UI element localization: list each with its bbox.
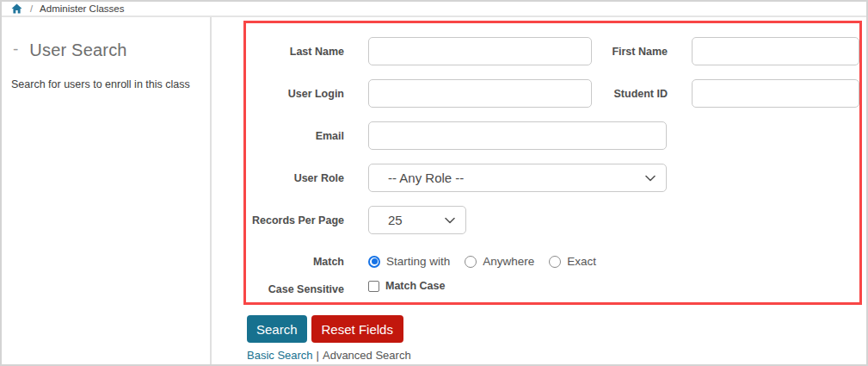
chevron-down-icon: [645, 175, 656, 182]
basic-search-link[interactable]: Basic Search: [247, 349, 313, 362]
form-row: User Role -- Any Role --: [246, 164, 859, 192]
chevron-down-icon: [445, 217, 455, 224]
search-button[interactable]: Search: [247, 315, 307, 343]
first-name-label: First Name: [592, 46, 668, 58]
breadcrumb: / Administer Classes: [2, 2, 866, 17]
home-icon[interactable]: [11, 3, 22, 14]
main-panel: Last Name First Name User Login Student …: [212, 17, 866, 364]
form-row: Case Sensitive Match Case: [246, 280, 859, 295]
form-row: User Login Student ID: [246, 79, 859, 108]
page-title: User Search: [29, 40, 126, 60]
advanced-search-link[interactable]: Advanced Search: [323, 349, 411, 362]
match-option-anywhere[interactable]: Anywhere: [465, 255, 534, 268]
user-login-label: User Login: [246, 88, 344, 100]
section-header: - User Search: [12, 40, 200, 60]
radio-anywhere[interactable]: [465, 256, 477, 268]
sidebar-description: Search for users to enroll in this class: [11, 78, 200, 90]
page: / Administer Classes - User Search Searc…: [0, 0, 868, 366]
form-row: Last Name First Name: [246, 37, 859, 65]
match-option-starting-with[interactable]: Starting with: [368, 255, 450, 268]
match-label: Match: [246, 256, 344, 268]
case-sensitive-label: Case Sensitive: [246, 283, 344, 295]
match-case-checkbox[interactable]: [368, 281, 379, 292]
form-row: Records Per Page 25: [246, 206, 859, 234]
match-case-label: Match Case: [385, 280, 445, 292]
match-option-exact[interactable]: Exact: [549, 255, 596, 268]
breadcrumb-current: Administer Classes: [40, 3, 124, 14]
form-highlight-box: Last Name First Name User Login Student …: [243, 21, 862, 305]
user-role-select[interactable]: -- Any Role --: [368, 164, 667, 192]
radio-label: Starting with: [386, 255, 450, 268]
last-name-input[interactable]: [368, 37, 592, 65]
user-role-selected-value: -- Any Role --: [388, 171, 464, 185]
action-buttons: Search Reset Fields: [247, 315, 866, 343]
user-login-input[interactable]: [368, 79, 592, 108]
records-per-page-label: Records Per Page: [246, 214, 344, 226]
content-area: - User Search Search for users to enroll…: [2, 17, 866, 364]
radio-label: Anywhere: [483, 255, 534, 268]
match-case-option[interactable]: Match Case: [368, 280, 445, 292]
form-row: Match Starting with Anywhere Exact: [246, 255, 859, 268]
first-name-input[interactable]: [692, 37, 859, 65]
link-separator: |: [317, 349, 319, 362]
radio-label: Exact: [567, 255, 596, 268]
search-mode-links: Basic Search|Advanced Search: [247, 349, 866, 362]
form-row: Email: [246, 121, 859, 150]
radio-exact[interactable]: [549, 256, 561, 268]
collapse-toggle[interactable]: -: [13, 40, 18, 59]
reset-fields-button[interactable]: Reset Fields: [311, 315, 403, 343]
email-input[interactable]: [368, 121, 667, 150]
breadcrumb-separator: /: [30, 3, 33, 14]
records-per-page-select[interactable]: 25: [368, 206, 466, 234]
student-id-input[interactable]: [692, 79, 859, 108]
sidebar: - User Search Search for users to enroll…: [2, 17, 212, 364]
user-role-label: User Role: [246, 172, 344, 184]
records-per-page-selected-value: 25: [388, 213, 403, 227]
last-name-label: Last Name: [246, 46, 344, 58]
student-id-label: Student ID: [592, 88, 668, 100]
email-label: Email: [246, 130, 344, 142]
radio-starting-with[interactable]: [368, 256, 380, 268]
